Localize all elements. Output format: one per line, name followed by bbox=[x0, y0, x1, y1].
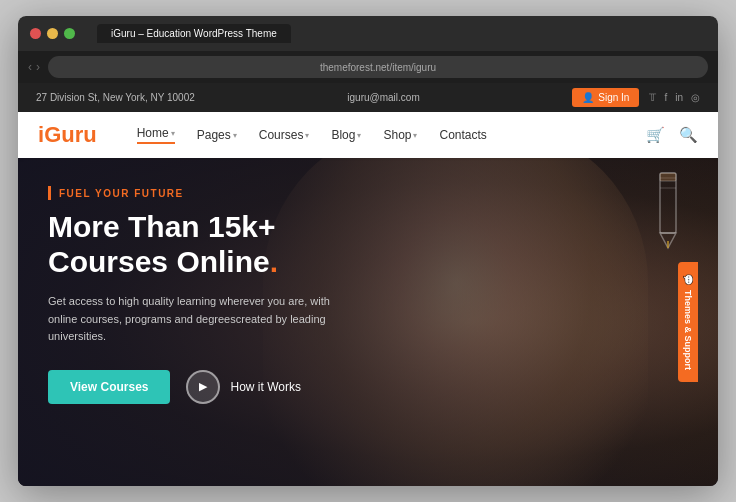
nav-courses[interactable]: Courses ▾ bbox=[259, 128, 310, 142]
pages-arrow-icon: ▾ bbox=[233, 131, 237, 140]
hero-title-line2: Courses Online bbox=[48, 245, 270, 278]
sign-in-button[interactable]: 👤 Sign In bbox=[572, 88, 639, 107]
sign-in-label: Sign In bbox=[598, 92, 629, 103]
view-courses-button[interactable]: View Courses bbox=[48, 370, 170, 404]
nav-home-label: Home bbox=[137, 126, 169, 140]
minimize-dot[interactable] bbox=[47, 28, 58, 39]
home-arrow-icon: ▾ bbox=[171, 129, 175, 138]
linkedin-icon[interactable]: in bbox=[675, 92, 683, 103]
forward-icon[interactable]: › bbox=[36, 60, 40, 74]
pencil-decoration bbox=[638, 168, 698, 262]
email-text: iguru@mail.com bbox=[347, 92, 419, 103]
nav-pages-label: Pages bbox=[197, 128, 231, 142]
browser-window: iGuru – Education WordPress Theme ‹ › th… bbox=[18, 16, 718, 486]
nav-contacts-label: Contacts bbox=[439, 128, 486, 142]
close-dot[interactable] bbox=[30, 28, 41, 39]
address-bar-row: ‹ › themeforest.net/item/iguru bbox=[18, 51, 718, 83]
twitter-icon[interactable]: 𝕋 bbox=[649, 92, 656, 103]
hero-title: More Than 15k+ Courses Online. bbox=[48, 210, 352, 279]
themes-support-tab[interactable]: 💬 Themes & Support bbox=[678, 262, 698, 382]
nav-shop-label: Shop bbox=[383, 128, 411, 142]
tagline-text: FUEL YOUR FUTURE bbox=[59, 188, 184, 199]
facebook-icon[interactable]: f bbox=[664, 92, 667, 103]
hero-content: FUEL YOUR FUTURE More Than 15k+ Courses … bbox=[18, 158, 382, 432]
main-nav: iGuru Home ▾ Pages ▾ Courses ▾ Blog ▾ Sh… bbox=[18, 112, 718, 158]
logo[interactable]: iGuru bbox=[38, 122, 97, 148]
cart-icon[interactable]: 🛒 bbox=[646, 126, 665, 144]
nav-arrows: ‹ › bbox=[28, 60, 40, 74]
blog-arrow-icon: ▾ bbox=[357, 131, 361, 140]
browser-tabs: iGuru – Education WordPress Theme bbox=[97, 24, 291, 43]
hero-title-dot: . bbox=[270, 245, 278, 278]
nav-home[interactable]: Home ▾ bbox=[137, 126, 175, 144]
user-icon: 👤 bbox=[582, 92, 594, 103]
top-info-right: 👤 Sign In 𝕋 f in ◎ bbox=[572, 88, 700, 107]
nav-contacts[interactable]: Contacts bbox=[439, 128, 486, 142]
svg-rect-4 bbox=[660, 173, 676, 181]
nav-links: Home ▾ Pages ▾ Courses ▾ Blog ▾ Shop ▾ C… bbox=[137, 126, 646, 144]
hero-tagline: FUEL YOUR FUTURE bbox=[48, 186, 352, 200]
browser-controls: iGuru – Education WordPress Theme bbox=[30, 24, 706, 43]
play-button[interactable]: ▶ How it Works bbox=[186, 370, 300, 404]
logo-guru: Guru bbox=[44, 122, 97, 147]
nav-pages[interactable]: Pages ▾ bbox=[197, 128, 237, 142]
maximize-dot[interactable] bbox=[64, 28, 75, 39]
browser-chrome: iGuru – Education WordPress Theme ‹ › th… bbox=[18, 16, 718, 83]
themes-label: Themes & Support bbox=[683, 290, 693, 370]
instagram-icon[interactable]: ◎ bbox=[691, 92, 700, 103]
themes-icon: 💬 bbox=[683, 274, 693, 285]
nav-blog[interactable]: Blog ▾ bbox=[331, 128, 361, 142]
nav-shop[interactable]: Shop ▾ bbox=[383, 128, 417, 142]
nav-actions: 🛒 🔍 bbox=[646, 126, 698, 144]
courses-arrow-icon: ▾ bbox=[305, 131, 309, 140]
hero-description: Get access to high quality learning wher… bbox=[48, 293, 352, 346]
social-icons: 𝕋 f in ◎ bbox=[649, 92, 700, 103]
how-it-works-label: How it Works bbox=[230, 380, 300, 394]
tagline-bar bbox=[48, 186, 51, 200]
nav-courses-label: Courses bbox=[259, 128, 304, 142]
shop-arrow-icon: ▾ bbox=[413, 131, 417, 140]
nav-blog-label: Blog bbox=[331, 128, 355, 142]
hero-section: FUEL YOUR FUTURE More Than 15k+ Courses … bbox=[18, 158, 718, 486]
hero-title-line1: More Than 15k+ bbox=[48, 210, 276, 243]
play-circle-icon: ▶ bbox=[186, 370, 220, 404]
top-info-bar: 27 Division St, New York, NY 10002 iguru… bbox=[18, 83, 718, 112]
search-icon[interactable]: 🔍 bbox=[679, 126, 698, 144]
hero-actions: View Courses ▶ How it Works bbox=[48, 370, 352, 404]
svg-rect-0 bbox=[660, 173, 676, 233]
back-icon[interactable]: ‹ bbox=[28, 60, 32, 74]
browser-tab[interactable]: iGuru – Education WordPress Theme bbox=[97, 24, 291, 43]
address-bar[interactable]: themeforest.net/item/iguru bbox=[48, 56, 708, 78]
address-text: 27 Division St, New York, NY 10002 bbox=[36, 92, 195, 103]
